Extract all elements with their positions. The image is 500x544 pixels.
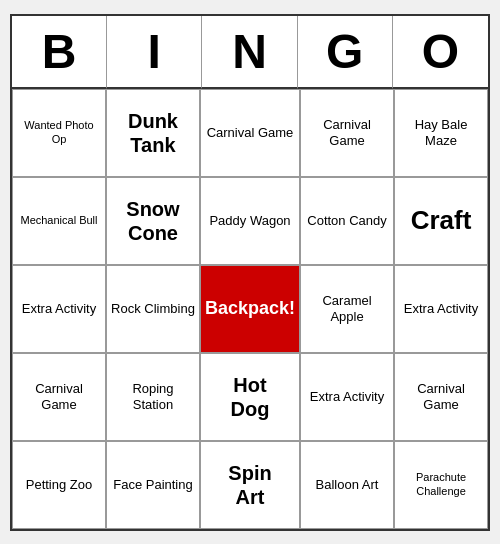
bingo-cell-r1-c3: Cotton Candy xyxy=(300,177,394,265)
bingo-cell-r4-c3: Balloon Art xyxy=(300,441,394,529)
bingo-cell-r4-c2: SpinArt xyxy=(200,441,300,529)
bingo-grid: Wanted Photo OpDunkTankCarnival GameCarn… xyxy=(12,89,488,529)
bingo-cell-r4-c4: Parachute Challenge xyxy=(394,441,488,529)
bingo-cell-r3-c1: Roping Station xyxy=(106,353,200,441)
bingo-cell-r3-c2: HotDog xyxy=(200,353,300,441)
bingo-cell-r3-c3: Extra Activity xyxy=(300,353,394,441)
bingo-cell-r4-c1: Face Painting xyxy=(106,441,200,529)
bingo-cell-r0-c3: Carnival Game xyxy=(300,89,394,177)
bingo-cell-r1-c0: Mechanical Bull xyxy=(12,177,106,265)
bingo-cell-r0-c1: DunkTank xyxy=(106,89,200,177)
bingo-cell-r2-c3: Caramel Apple xyxy=(300,265,394,353)
bingo-letter-n: N xyxy=(202,16,297,89)
bingo-cell-r2-c4: Extra Activity xyxy=(394,265,488,353)
bingo-header: BINGO xyxy=(12,16,488,89)
bingo-letter-o: O xyxy=(393,16,488,89)
bingo-card: BINGO Wanted Photo OpDunkTankCarnival Ga… xyxy=(10,14,490,531)
bingo-cell-r0-c4: Hay Bale Maze xyxy=(394,89,488,177)
bingo-letter-g: G xyxy=(298,16,393,89)
bingo-cell-r3-c0: Carnival Game xyxy=(12,353,106,441)
bingo-cell-r1-c4: Craft xyxy=(394,177,488,265)
bingo-cell-r0-c0: Wanted Photo Op xyxy=(12,89,106,177)
bingo-cell-r2-c1: Rock Climbing xyxy=(106,265,200,353)
bingo-cell-r3-c4: Carnival Game xyxy=(394,353,488,441)
bingo-cell-r1-c1: SnowCone xyxy=(106,177,200,265)
bingo-cell-r1-c2: Paddy Wagon xyxy=(200,177,300,265)
bingo-letter-b: B xyxy=(12,16,107,89)
bingo-cell-r0-c2: Carnival Game xyxy=(200,89,300,177)
bingo-cell-r2-c2: Backpack! xyxy=(200,265,300,353)
bingo-letter-i: I xyxy=(107,16,202,89)
bingo-cell-r4-c0: Petting Zoo xyxy=(12,441,106,529)
bingo-cell-r2-c0: Extra Activity xyxy=(12,265,106,353)
